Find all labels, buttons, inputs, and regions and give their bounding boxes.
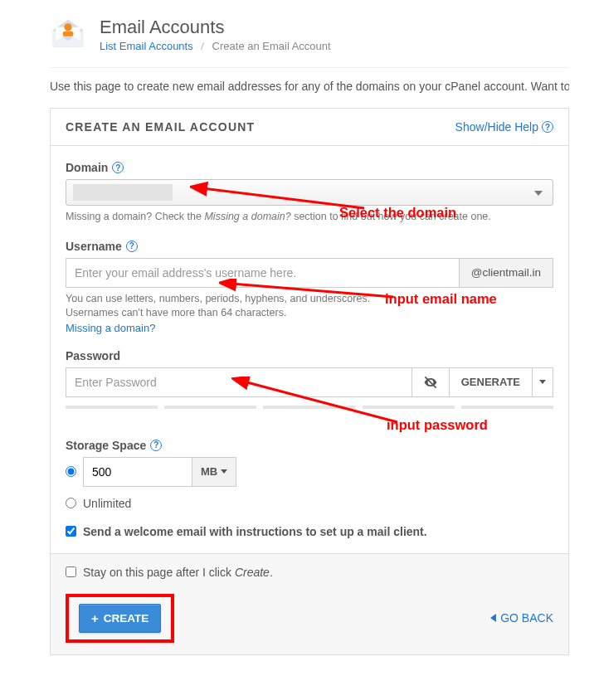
- storage-value-input[interactable]: [84, 458, 192, 486]
- help-icon: ?: [542, 121, 553, 133]
- annotation-create-highlight: + CREATE: [66, 594, 174, 643]
- panel-title: CREATE AN EMAIL ACCOUNT: [66, 120, 255, 134]
- go-back-link[interactable]: GO BACK: [490, 611, 553, 625]
- breadcrumb-current: Create an Email Account: [212, 40, 331, 52]
- page-title: Email Accounts: [100, 17, 331, 38]
- show-hide-help-link[interactable]: Show/Hide Help ?: [455, 120, 553, 134]
- password-input[interactable]: [66, 367, 412, 397]
- storage-unlimited-radio[interactable]: [66, 498, 76, 508]
- create-button[interactable]: + CREATE: [79, 604, 161, 633]
- generate-password-options[interactable]: [533, 367, 553, 397]
- generate-password-button[interactable]: GENERATE: [450, 367, 533, 397]
- username-input[interactable]: [66, 258, 460, 288]
- svg-point-3: [64, 23, 71, 31]
- password-label: Password: [66, 349, 120, 362]
- welcome-email-checkbox[interactable]: [66, 526, 76, 537]
- unlimited-label: Unlimited: [83, 497, 131, 510]
- help-icon[interactable]: ?: [112, 162, 124, 173]
- intro-text: Use this page to create new email addres…: [50, 80, 569, 93]
- storage-unit-select[interactable]: MB: [192, 458, 236, 486]
- chevron-down-icon: [221, 469, 227, 474]
- password-visibility-toggle[interactable]: [412, 367, 450, 397]
- create-email-panel: CREATE AN EMAIL ACCOUNT Show/Hide Help ?…: [50, 108, 569, 655]
- missing-domain-link[interactable]: Missing a domain?: [66, 322, 155, 334]
- page-header: Email Accounts List Email Accounts / Cre…: [50, 17, 569, 68]
- username-domain-addon: @clientmail.in: [460, 258, 553, 288]
- username-hint: You can use letters, numbers, periods, h…: [66, 292, 553, 321]
- email-envelope-icon: [50, 17, 86, 56]
- svg-rect-4: [63, 31, 74, 36]
- storage-limited-radio[interactable]: [66, 466, 76, 477]
- stay-on-page-label: Stay on this page after I click Create.: [83, 566, 273, 579]
- chevron-down-icon: [539, 380, 546, 384]
- help-icon[interactable]: ?: [150, 440, 162, 451]
- annotation-input-password: input password: [387, 417, 488, 433]
- arrow-left-icon: [490, 614, 496, 622]
- password-strength-meter: [66, 406, 553, 409]
- breadcrumb-list-link[interactable]: List Email Accounts: [100, 40, 193, 52]
- domain-label: Domain: [66, 161, 108, 174]
- plus-icon: +: [91, 611, 99, 625]
- storage-label: Storage Space: [66, 439, 146, 452]
- breadcrumb: List Email Accounts / Create an Email Ac…: [100, 40, 331, 52]
- eye-off-icon: [422, 374, 439, 391]
- domain-hint: Missing a domain? Check the Missing a do…: [66, 210, 553, 225]
- username-label: Username: [66, 240, 122, 253]
- help-icon[interactable]: ?: [126, 241, 138, 252]
- domain-select[interactable]: [66, 179, 553, 206]
- stay-on-page-checkbox[interactable]: [66, 566, 76, 577]
- welcome-email-label: Send a welcome email with instructions t…: [83, 525, 427, 538]
